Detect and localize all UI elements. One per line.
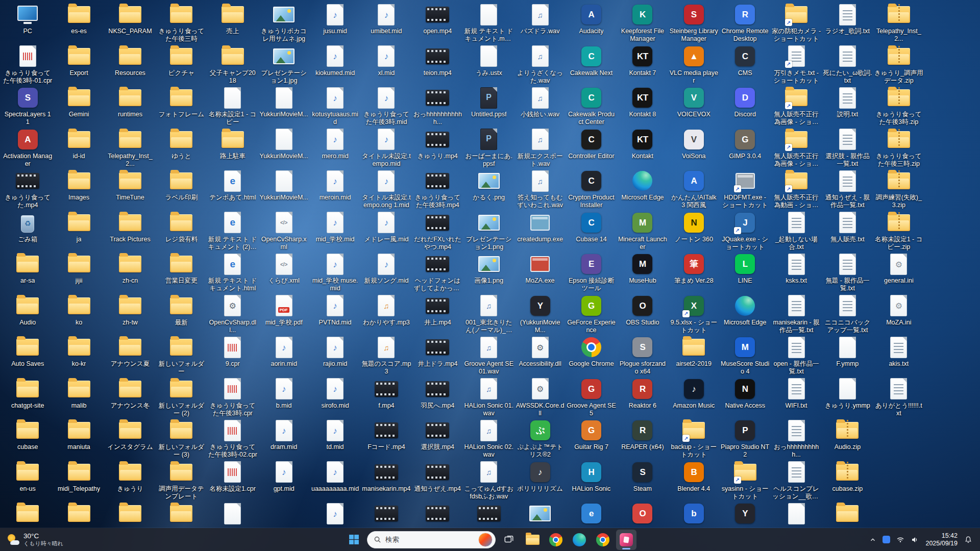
desktop-icon[interactable]: PPiapro Studio NT2 — [719, 417, 770, 459]
desktop-icon[interactable]: おーばーまにあ.ppsf — [463, 126, 514, 168]
desktop-icon[interactable]: きゅうり_調声用データ.zip — [873, 43, 924, 85]
desktop-icon[interactable]: td.mid — [309, 417, 360, 459]
desktop-icon[interactable]: MMuseScore Studio 4 — [719, 334, 770, 375]
desktop-icon[interactable]: LLINE — [719, 251, 770, 292]
desktop-icon[interactable]: cubase — [2, 417, 53, 459]
desktop-icon[interactable]: CCubase 14 — [566, 209, 617, 251]
desktop-icon[interactable]: 新しいフォルダー (3) — [156, 417, 207, 459]
desktop-icon[interactable]: meroin.mid — [309, 167, 360, 209]
desktop-icon[interactable]: OOBS Studio — [617, 292, 668, 334]
desktop-icon[interactable]: EEpson 接続診断ツール — [566, 251, 617, 292]
desktop-icon[interactable]: プレゼンテーション1.png — [463, 209, 514, 251]
desktop-icon[interactable]: きゅうり食ってた午後3時.zip — [873, 84, 924, 126]
desktop-icon[interactable]: ↗syasinn - ショートカット — [719, 459, 770, 500]
desktop-icon[interactable]: NKSC_PARAM — [105, 1, 156, 43]
desktop-icon[interactable]: airset2-2019 — [668, 334, 719, 375]
desktop-icon[interactable]: Audio — [2, 292, 53, 334]
desktop-icon[interactable]: Aかんたん!AITalk 3 関西風 — [668, 167, 719, 209]
desktop-icon[interactable]: Google Chrome — [566, 334, 617, 375]
desktop-icon[interactable]: PC — [2, 1, 53, 43]
volume-button[interactable] — [908, 531, 921, 549]
desktop-icon[interactable]: malib — [53, 375, 104, 417]
desktop-icon[interactable]: レジ袋有料 — [156, 209, 207, 251]
desktop-icon[interactable]: kiokumed.mid — [309, 43, 360, 85]
desktop-icon[interactable]: KTKontakt 7 — [617, 43, 668, 85]
desktop-icon[interactable]: 井上.mp4 — [412, 292, 463, 334]
desktop-icon[interactable]: zh-cn — [105, 251, 156, 292]
desktop-icon[interactable]: ヘルスコンプレッション__歌詞.txt — [771, 459, 822, 500]
desktop-icon[interactable]: mid_学校.pdf — [258, 292, 309, 334]
desktop-icon[interactable]: フォトフレーム — [156, 84, 207, 126]
clock[interactable]: 15:42 2025/09/19 — [922, 532, 961, 547]
desktop-icon[interactable] — [412, 500, 463, 528]
desktop-icon[interactable]: VVoiSona — [668, 126, 719, 168]
desktop-icon[interactable]: OpenCvSharp.xml — [258, 209, 309, 251]
desktop-icon[interactable]: 路上駐車 — [207, 126, 258, 168]
desktop-icon[interactable]: RChrome Remote Desktop — [719, 1, 770, 43]
desktop-icon[interactable]: CController Editor — [566, 126, 617, 168]
desktop-icon[interactable]: ありがとう!!!!!!.txt — [873, 375, 924, 417]
desktop-icon[interactable]: teion.mp4 — [412, 43, 463, 85]
desktop-icon[interactable]: ピクチャ — [156, 43, 207, 85]
desktop-icon[interactable]: open.mp4 — [412, 1, 463, 43]
desktop-icon[interactable]: だれだFXいれたやつ.mp4 — [412, 209, 463, 251]
desktop-icon[interactable] — [2, 500, 53, 528]
desktop-icon[interactable]: YukkuriMovieM... — [258, 167, 309, 209]
desktop-icon[interactable]: jijii — [53, 251, 104, 292]
desktop-icon[interactable]: きゅうり食ってた午後三時.zip — [873, 126, 924, 168]
search-highlight-image[interactable] — [478, 533, 493, 547]
desktop-icon[interactable]: DDiscord — [719, 84, 770, 126]
tray-app-button[interactable] — [880, 531, 893, 549]
desktop-icon[interactable]: ♪Amazon Music — [668, 375, 719, 417]
desktop-icon[interactable]: SSteam — [617, 459, 668, 500]
desktop-icon[interactable]: 名称未設定1 - コピー.zip — [873, 209, 924, 251]
desktop-icon[interactable]: Gemini — [53, 84, 104, 126]
desktop-icon[interactable]: mero.mid — [309, 126, 360, 168]
desktop-icon[interactable]: id-id — [53, 126, 104, 168]
desktop-icon[interactable]: うみ.ustx — [463, 43, 514, 85]
desktop-icon[interactable]: 営業日変更 — [156, 251, 207, 292]
desktop-icon[interactable]: Audio.zip — [822, 417, 873, 459]
desktop-icon[interactable]: BBlender 4.4 — [668, 459, 719, 500]
desktop-icon[interactable]: b.mid — [258, 375, 309, 417]
desktop-icon[interactable]: Resources — [105, 43, 156, 85]
desktop-icon[interactable]: 新規 テキスト ドキュメント (2).html — [207, 209, 258, 251]
desktop-icon[interactable]: かるく.png — [463, 167, 514, 209]
desktop-icon[interactable]: Accessibility.dll — [514, 334, 566, 375]
desktop-icon[interactable]: きゅうり食ってた.mp4 — [2, 167, 53, 209]
desktop-icon[interactable]: ↗家の防犯カメラ - ショートカット — [771, 1, 822, 43]
desktop-icon[interactable]: 選択肢 - 親作品一覧.txt — [822, 126, 873, 168]
desktop-icon[interactable]: メドレー風.mid — [361, 209, 412, 251]
desktop-icon[interactable]: AAudacity — [566, 1, 617, 43]
desktop-icon[interactable]: zh-tw — [105, 292, 156, 334]
desktop-icon[interactable]: MoZA.exe — [514, 251, 566, 292]
desktop-icon[interactable]: maniuta — [53, 417, 104, 459]
desktop-icon[interactable]: MMuseHub — [617, 251, 668, 292]
desktop-icon[interactable] — [105, 500, 156, 528]
desktop-icon[interactable]: YukkuriMovieM... — [258, 84, 309, 126]
desktop-icon[interactable]: AActivation Manager — [2, 126, 53, 168]
desktop-icon[interactable]: ↗万引きメモ.txt - ショートカット — [771, 43, 822, 85]
desktop-icon[interactable]: midi_Telepathy — [53, 459, 104, 500]
desktop-icon[interactable]: mid_学校.mid — [309, 209, 360, 251]
desktop-icon[interactable]: KTKontakt — [617, 126, 668, 168]
desktop-icon[interactable]: 最新 — [156, 292, 207, 334]
desktop-icon[interactable]: きゅうり.ymmp — [822, 375, 873, 417]
desktop-icon[interactable] — [309, 500, 360, 528]
desktop-icon[interactable]: ごみ箱 — [2, 209, 53, 251]
desktop-icon[interactable] — [361, 500, 412, 528]
desktop-icon[interactable]: umibet.mid — [361, 1, 412, 43]
desktop-icon[interactable]: kotusytuaaus.mid — [309, 84, 360, 126]
desktop-icon[interactable]: MoZA.ini — [873, 292, 924, 334]
desktop-icon[interactable] — [463, 500, 514, 528]
desktop-icon[interactable]: jusu.mid — [309, 1, 360, 43]
desktop-icon[interactable]: gpt.mid — [258, 459, 309, 500]
desktop-icon[interactable]: きゅうり食ってた午後3時-02.cpr — [207, 417, 258, 459]
desktop-icon[interactable]: SSteinberg Library Manager — [668, 1, 719, 43]
desktop-icon[interactable]: 羽尻へ.mp4 — [412, 375, 463, 417]
desktop-icon[interactable]: SSpectraLayers 11 — [2, 84, 53, 126]
search-input[interactable]: 検索 — [367, 531, 496, 548]
desktop-icon[interactable]: f.mp4 — [361, 375, 412, 417]
google-chrome-button[interactable] — [546, 530, 566, 550]
desktop-icon[interactable]: ko-kr — [53, 334, 104, 375]
